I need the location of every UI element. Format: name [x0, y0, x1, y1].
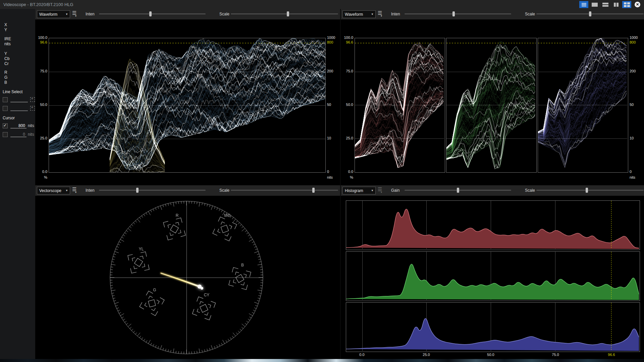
scale-slider[interactable] [536, 190, 644, 191]
options-menu-button[interactable]: ☰▾ [72, 186, 80, 194]
sidebar-item-cb[interactable]: Cb [4, 56, 9, 61]
axis-label-left: 75.0 [35, 69, 47, 73]
scale-label: Scale [525, 12, 535, 16]
cursor-label: Cursor [3, 116, 15, 120]
scope-type-dropdown[interactable]: Waveform ▼ [37, 10, 70, 18]
axis-label-right: nits [327, 175, 340, 179]
axis-label-left: 50.0 [35, 103, 47, 107]
line-select-checkbox-1[interactable] [3, 97, 8, 102]
axis-label-left: 75.0 [341, 69, 353, 73]
inten-slider[interactable] [99, 13, 206, 14]
layout-single-icon [592, 3, 598, 7]
title-bar: Videoscope - BT.2020/BT.2100 HLG ✕ [0, 0, 644, 9]
histogram-x-tick: 0.0 [359, 353, 364, 357]
scope-type-dropdown[interactable]: Waveform ▼ [342, 10, 376, 18]
sidebar-item-cr[interactable]: Cr [4, 61, 9, 66]
dropdown-value: Vectorscope [37, 188, 65, 193]
dropdown-value: Waveform [343, 12, 371, 17]
cursor-checkbox-1[interactable] [3, 123, 8, 128]
axis-label-left: 0.0 [341, 170, 353, 174]
luma-waveform-plot [49, 38, 326, 173]
scale-slider[interactable] [536, 13, 644, 14]
inten-slider[interactable] [99, 190, 206, 191]
scope-type-dropdown[interactable]: Vectorscope ▼ [37, 187, 70, 194]
vectorscope-canvas [35, 196, 340, 362]
sidebar-item-x[interactable]: X [4, 22, 7, 27]
panel-header: Histogram ▼ ☰▾ Gain Scale [341, 185, 644, 196]
videoscope-window: Videoscope - BT.2020/BT.2100 HLG ✕ X [0, 0, 644, 362]
slider-thumb[interactable] [452, 11, 455, 16]
menu-button[interactable] [579, 1, 588, 8]
waveform-left-axis: 100.096.675.050.025.00.0% [341, 38, 353, 182]
line-select-input-1[interactable] [10, 97, 28, 102]
axis-label-right: 10 [630, 136, 643, 140]
scale-slider[interactable] [231, 190, 338, 191]
options-menu-button[interactable]: ☰▾ [72, 10, 80, 18]
slider-thumb[interactable] [586, 188, 588, 193]
target-region-icon[interactable] [30, 97, 35, 102]
histogram-x-axis: 0.025.050.075.096.6 [346, 353, 639, 358]
sidebar-item-b[interactable]: B [4, 80, 7, 85]
sidebar-item-r[interactable]: R [4, 70, 7, 75]
waveform-right-axis: 100080020050100nits [327, 38, 340, 182]
parade-red-plot [355, 38, 445, 173]
histogram-green-canvas [346, 252, 639, 300]
nits-suffix: nits [28, 132, 34, 137]
axis-label-left: 100.0 [341, 36, 353, 40]
window-title: Videoscope - BT.2020/BT.2100 HLG [3, 2, 73, 7]
close-button[interactable]: ✕ [633, 1, 642, 8]
layout-single-button[interactable] [590, 1, 599, 8]
inten-label: Inten [86, 12, 95, 16]
chevron-down-icon: ▼ [371, 189, 375, 192]
axis-label-right: 50 [327, 103, 340, 107]
panel-header: Vectorscope ▼ ☰▾ Inten Scale [35, 185, 340, 196]
line-select-row-2 [3, 106, 35, 111]
layout-rows-button[interactable] [601, 1, 610, 8]
target-region-icon[interactable] [30, 106, 35, 111]
axis-label-right: 800 [327, 40, 340, 44]
axis-label-left: 0.0 [35, 170, 47, 174]
options-menu-button[interactable]: ☰▾ [378, 10, 386, 18]
sidebar-item-y[interactable]: Y [4, 27, 7, 32]
layout-grid-button[interactable] [622, 1, 631, 8]
layout-grid-icon [624, 2, 630, 7]
slider-thumb[interactable] [136, 188, 139, 193]
chevron-down-icon: ▼ [371, 13, 375, 16]
scale-slider[interactable] [231, 13, 338, 14]
histogram-blue-plot [346, 302, 640, 352]
cursor-nits-input[interactable]: 800 [10, 123, 26, 128]
cursor-nits-input-2[interactable]: 0 [10, 132, 26, 137]
line-select-input-2[interactable] [10, 106, 28, 111]
gain-slider[interactable] [405, 190, 511, 191]
nits-suffix: nits [28, 123, 34, 128]
axis-label-right: nits [630, 175, 643, 179]
slider-thumb[interactable] [287, 11, 289, 16]
waveform-left-axis: 100.096.675.050.025.00.0% [35, 38, 47, 182]
sidebar-item-luma[interactable]: Y [4, 51, 7, 56]
parade-blue-plot [538, 38, 628, 173]
waveform-rgb-panel: Waveform ▼ ☰▾ Inten Scale 100.096.675.05… [341, 9, 644, 185]
options-menu-button[interactable]: ☰▾ [378, 186, 386, 194]
waveform-right-axis: 100080020050100nits [630, 38, 643, 182]
inten-slider[interactable] [405, 13, 511, 14]
slider-thumb[interactable] [589, 11, 591, 16]
line-select-label: Line Select [3, 89, 22, 94]
axis-label-left: 96.6 [341, 40, 353, 44]
cursor-row-1: 800 nits [3, 123, 34, 128]
line-select-checkbox-2[interactable] [3, 106, 8, 111]
layout-columns-button[interactable] [611, 1, 621, 8]
slider-thumb[interactable] [457, 188, 459, 193]
sidebar: X Y IRE nits Y Cb Cr R G B Line Select C… [0, 9, 36, 359]
axis-label-left: 25.0 [341, 136, 353, 140]
sidebar-item-ire[interactable]: IRE [4, 37, 11, 41]
histogram-x-tick: 50.0 [487, 353, 494, 357]
axis-label-right: 50 [630, 103, 643, 107]
sidebar-item-nits[interactable]: nits [4, 42, 11, 46]
histogram-x-tick: 25.0 [423, 353, 430, 357]
sidebar-item-g[interactable]: G [4, 75, 7, 80]
slider-thumb[interactable] [149, 11, 152, 16]
cursor-checkbox-2[interactable] [3, 132, 8, 137]
slider-thumb[interactable] [312, 188, 315, 193]
scope-type-dropdown[interactable]: Histogram ▼ [342, 187, 376, 194]
layout-rows-icon [602, 3, 608, 7]
